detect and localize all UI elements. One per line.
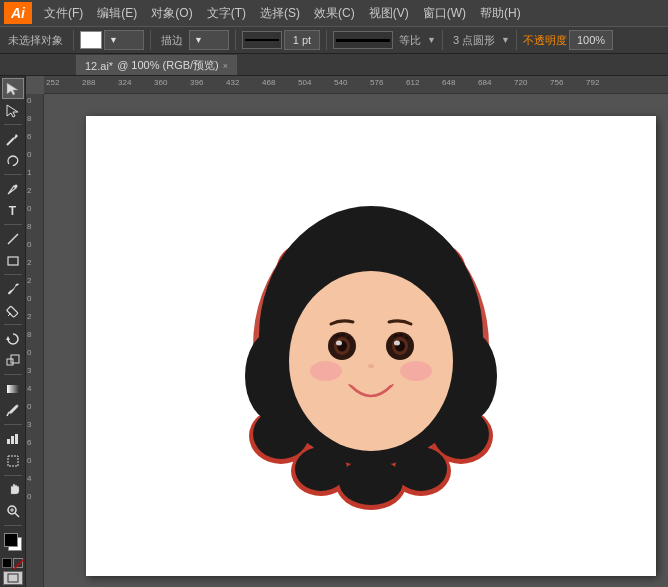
menu-edit[interactable]: 编辑(E) [91, 3, 143, 24]
fill-color-box[interactable] [80, 31, 102, 49]
screen-mode-btn[interactable] [3, 571, 23, 584]
ruler-v-400: 0 [27, 240, 31, 249]
canvas-area: 252 288 324 360 396 432 468 504 540 576 … [26, 76, 668, 587]
svg-line-22 [14, 559, 24, 569]
svg-rect-15 [11, 436, 14, 444]
character-illustration [231, 176, 511, 516]
gradient-tool[interactable] [2, 378, 24, 399]
menu-help[interactable]: 帮助(H) [474, 3, 527, 24]
svg-point-4 [14, 184, 17, 187]
ruler-v-80: 8 [27, 114, 31, 123]
svg-point-52 [310, 361, 342, 381]
svg-point-51 [394, 341, 400, 346]
stroke-dropdown[interactable]: ▼ [189, 30, 229, 50]
menu-effects[interactable]: 效果(C) [308, 3, 361, 24]
svg-point-53 [400, 361, 432, 381]
ruler-h-360: 360 [154, 78, 167, 87]
fill-dropdown[interactable]: ▼ [104, 30, 144, 50]
ruler-h-612: 612 [406, 78, 419, 87]
toolbar-sep-6 [516, 30, 517, 50]
ruler-v-200: 0 [27, 150, 31, 159]
svg-point-43 [433, 409, 489, 459]
ruler-h-684: 684 [478, 78, 491, 87]
ruler-h-252: 252 [46, 78, 59, 87]
ruler-h-288: 288 [82, 78, 95, 87]
menu-object[interactable]: 对象(O) [145, 3, 198, 24]
line-tool[interactable] [2, 228, 24, 249]
selection-label: 未选择对象 [4, 33, 67, 48]
zoom-tool[interactable] [2, 501, 24, 522]
canvas-paper [86, 116, 656, 576]
tool-sep-8 [4, 475, 22, 476]
toolbar-sep-4 [326, 30, 327, 50]
color-swatches[interactable] [2, 531, 24, 556]
ruler-v-3: 3 [27, 366, 31, 375]
control-bar: 未选择对象 ▼ 描边 ▼ 等比 ▼ 3 点圆形 ▼ 不透明度 [0, 26, 668, 54]
svg-marker-0 [7, 83, 18, 95]
pen-tool[interactable] [2, 178, 24, 199]
ruler-h-468: 468 [262, 78, 275, 87]
svg-rect-6 [8, 257, 18, 265]
ruler-h-576: 576 [370, 78, 383, 87]
paintbrush-tool[interactable] [2, 278, 24, 299]
toolbar-sep-3 [235, 30, 236, 50]
type-tool[interactable]: T [2, 200, 24, 221]
tab-close-button[interactable]: × [223, 61, 228, 71]
toolbar-sep-5 [442, 30, 443, 50]
tool-sep-2 [4, 174, 22, 175]
lasso-tool[interactable] [2, 150, 24, 171]
menu-bar: Ai 文件(F) 编辑(E) 对象(O) 文字(T) 选择(S) 效果(C) 视… [0, 0, 668, 26]
tool-sep-3 [4, 224, 22, 225]
menu-select[interactable]: 选择(S) [254, 3, 306, 24]
stroke-weight-input[interactable] [284, 30, 320, 50]
svg-rect-23 [8, 574, 18, 582]
ruler-v-2b: 2 [27, 276, 31, 285]
svg-point-41 [339, 459, 403, 505]
main-area: T [0, 76, 668, 587]
ruler-h-504: 504 [298, 78, 311, 87]
shape-label: 3 点圆形 [449, 33, 499, 48]
foreground-color-swatch [4, 533, 18, 547]
menu-text[interactable]: 文字(T) [201, 3, 252, 24]
tool-sep-5 [4, 324, 22, 325]
black-swatch[interactable] [2, 558, 12, 568]
column-graph-tool[interactable] [2, 428, 24, 449]
svg-line-2 [7, 138, 14, 145]
rotate-tool[interactable] [2, 328, 24, 349]
tool-sep-4 [4, 274, 22, 275]
hand-tool[interactable] [2, 478, 24, 499]
ruler-horizontal: 252 288 324 360 396 432 468 504 540 576 … [44, 76, 668, 94]
opacity-input[interactable] [569, 30, 613, 50]
none-swatch[interactable] [13, 558, 23, 568]
menu-view[interactable]: 视图(V) [363, 3, 415, 24]
menu-file[interactable]: 文件(F) [38, 3, 89, 24]
ruler-v-6: 6 [27, 438, 31, 447]
pencil-tool[interactable] [2, 300, 24, 321]
svg-point-42 [395, 447, 447, 491]
ruler-v-3b: 3 [27, 420, 31, 429]
menu-window[interactable]: 窗口(W) [417, 3, 472, 24]
ruler-v-0b: 0 [27, 294, 31, 303]
selection-tool[interactable] [2, 78, 24, 99]
opacity-label: 不透明度 [523, 33, 567, 48]
ruler-v-2: 2 [27, 258, 31, 267]
svg-line-5 [8, 234, 18, 244]
stroke-label: 描边 [157, 33, 187, 48]
eyedropper-tool[interactable] [2, 400, 24, 421]
ruler-v-0f: 0 [27, 492, 31, 501]
ruler-v-0c: 0 [27, 348, 31, 357]
rectangle-tool[interactable] [2, 250, 24, 271]
ruler-v-2c: 2 [27, 312, 31, 321]
ruler-h-756: 756 [550, 78, 563, 87]
artboard-tool[interactable] [2, 450, 24, 471]
ruler-h-324: 324 [118, 78, 131, 87]
ruler-h-540: 540 [334, 78, 347, 87]
document-tab[interactable]: 12.ai* @ 100% (RGB/预览) × [76, 55, 237, 75]
left-toolbar: T [0, 76, 26, 587]
svg-line-19 [15, 513, 19, 517]
scale-tool[interactable] [2, 350, 24, 371]
direct-selection-tool[interactable] [2, 100, 24, 121]
magic-wand-tool[interactable] [2, 128, 24, 149]
tool-sep-1 [4, 124, 22, 125]
svg-point-39 [253, 409, 309, 459]
